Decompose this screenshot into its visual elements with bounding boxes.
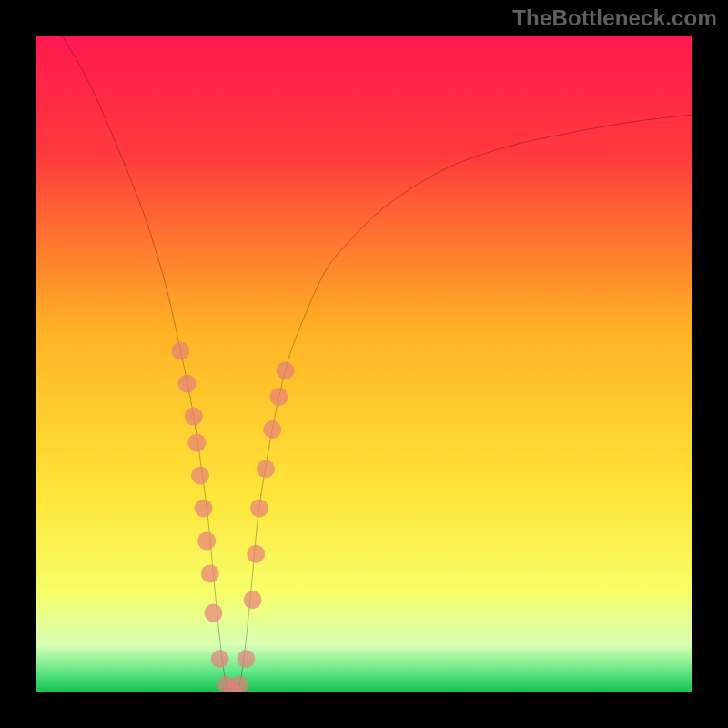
- scatter-dot: [244, 591, 262, 609]
- scatter-dot: [277, 361, 295, 379]
- plot-area: [36, 36, 692, 692]
- scatter-dot: [230, 676, 248, 692]
- chart-frame: TheBottleneck.com: [0, 0, 728, 728]
- scatter-dot: [269, 388, 288, 406]
- scatter-dot: [211, 650, 229, 668]
- scatter-dot: [178, 375, 197, 393]
- scatter-dot: [204, 604, 222, 622]
- scatter-dot: [191, 466, 209, 484]
- scatter-dot: [171, 342, 189, 360]
- scatter-dot: [187, 433, 206, 451]
- scatter-group: [171, 342, 294, 692]
- scatter-dot: [201, 564, 219, 582]
- scatter-dot: [195, 499, 213, 517]
- scatter-dot: [250, 499, 268, 517]
- scatter-dot: [237, 650, 255, 668]
- watermark-text: TheBottleneck.com: [512, 5, 717, 31]
- scatter-dot: [263, 420, 281, 439]
- scatter-dot: [197, 531, 216, 550]
- scatter-dot: [185, 408, 203, 426]
- bottleneck-curve-path: [63, 36, 692, 692]
- scatter-dot: [247, 545, 265, 563]
- scatter-dot: [257, 460, 275, 478]
- chart-svg: [36, 36, 692, 692]
